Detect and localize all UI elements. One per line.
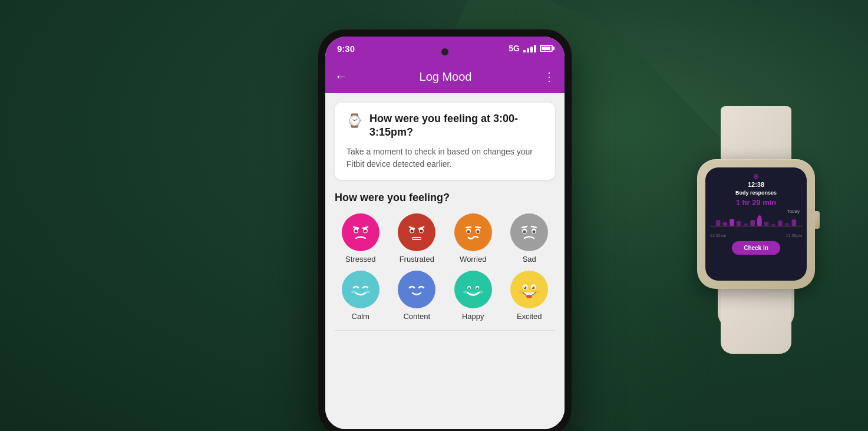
watch-chart [710,214,802,232]
more-options-button[interactable]: ⋮ [543,70,555,84]
svg-point-3 [354,229,357,232]
svg-point-40 [478,290,483,293]
app-content: ⌚ How were you feeling at 3:00-3:15pm? T… [325,93,565,429]
camera-cutout [441,48,448,55]
svg-point-64 [758,215,761,219]
stressed-label: Stressed [345,255,375,264]
svg-line-21 [466,227,471,228]
mood-item-calm[interactable]: Calm [335,271,387,321]
sad-label: Sad [523,255,536,264]
svg-rect-52 [716,220,721,226]
svg-rect-61 [778,221,783,226]
content-label: Content [403,312,430,321]
sad-emoji [510,213,548,251]
svg-point-45 [532,286,535,289]
watch-crown [815,211,820,229]
svg-point-49 [519,290,523,293]
svg-point-32 [365,290,370,293]
svg-point-30 [348,277,374,302]
svg-rect-62 [785,223,790,226]
frustrated-label: Frustrated [400,255,434,264]
svg-point-27 [533,230,536,233]
excited-emoji [510,271,548,308]
battery-fill [542,47,550,50]
calm-face-svg [348,277,374,302]
svg-rect-60 [771,224,775,226]
svg-rect-59 [764,222,769,226]
content-face-svg [404,277,430,302]
svg-point-37 [468,287,470,289]
app-header: ← Log Mood ⋮ [325,60,565,93]
svg-point-47 [532,287,533,288]
watch-screen: ⊕ 12:38 Body responses 1 hr 29 min Today [705,167,807,281]
stressed-emoji [342,213,379,251]
svg-point-0 [348,219,374,245]
svg-point-41 [516,277,542,302]
svg-line-22 [476,227,480,228]
watch-fitbit-icon: ⊕ [753,172,759,180]
svg-point-50 [535,290,540,293]
svg-point-11 [420,229,423,232]
svg-point-23 [516,219,542,245]
svg-point-48 [526,295,532,298]
svg-point-19 [467,230,470,233]
phone-body: 9:30 5G ← Log Mo [318,29,572,431]
happy-emoji [454,271,492,308]
watch-body-responses-title: Body responses [735,190,777,196]
svg-rect-57 [750,220,755,226]
signal-bars [523,45,536,52]
back-button[interactable]: ← [335,69,348,84]
svg-point-46 [524,287,525,288]
stressed-face-svg [348,219,374,245]
svg-point-33 [404,277,430,302]
watch-time-labels: 12:00am 11:59pm [710,233,802,238]
svg-point-16 [460,219,486,245]
signal-bar-3 [530,47,533,52]
feeling-prompt-card: ⌚ How were you feeling at 3:00-3:15pm? T… [335,103,555,180]
bottom-divider [335,330,555,331]
mood-item-happy[interactable]: Happy [447,271,499,321]
svg-point-38 [476,287,478,289]
header-title: Log Mood [355,70,536,84]
mood-item-sad[interactable]: Sad [504,213,556,264]
phone-mockup: 9:30 5G ← Log Mo [318,29,572,431]
mood-item-worried[interactable]: Worried [447,213,499,264]
watch-time-start: 12:00am [710,233,726,238]
watch-outer: ⊕ 12:38 Body responses 1 hr 29 min Today [674,106,839,354]
worried-emoji [454,213,492,251]
mood-item-content[interactable]: Content [391,271,443,321]
calm-label: Calm [352,312,369,321]
mood-item-excited[interactable]: Excited [504,271,556,321]
signal-bar-4 [534,45,536,52]
svg-point-20 [476,230,479,233]
status-time: 9:30 [337,44,355,54]
svg-rect-53 [722,222,727,226]
smartwatch-mockup: ⊕ 12:38 Body responses 1 hr 29 min Today [674,106,839,354]
svg-point-4 [364,229,367,232]
svg-rect-63 [791,219,796,226]
network-label: 5G [509,44,520,53]
svg-rect-55 [737,221,741,226]
signal-bar-1 [523,50,526,52]
calm-emoji [342,271,379,308]
worried-face-svg [460,219,486,245]
svg-point-7 [404,219,430,245]
svg-rect-58 [757,218,762,226]
svg-rect-54 [730,219,734,226]
mood-item-stressed[interactable]: Stressed [335,213,387,264]
battery-icon [540,45,553,52]
watch-time-end: 11:59pm [786,233,802,238]
watch-time: 12:38 [748,181,764,188]
status-bar: 9:30 5G [325,37,565,60]
card-title: How were you feeling at 3:00-3:15pm? [369,112,543,140]
happy-label: Happy [462,312,484,321]
mood-grid: Stressed [335,213,555,321]
signal-bar-2 [527,48,529,52]
sad-face-svg [516,219,542,245]
frustrated-face-svg [404,219,430,245]
watch-checkin-button[interactable]: Check in [732,241,780,255]
mood-item-frustrated[interactable]: Frustrated [391,213,443,264]
svg-point-26 [523,230,526,233]
phone-screen: 9:30 5G ← Log Mo [325,37,565,429]
svg-point-10 [411,229,414,232]
